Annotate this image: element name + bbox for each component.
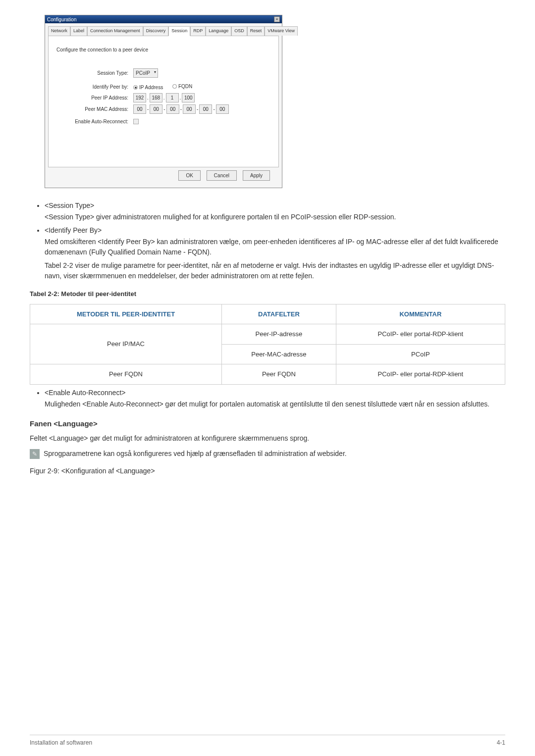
mac-octet-1[interactable]: 00 xyxy=(133,104,146,114)
tab-discovery[interactable]: Discovery xyxy=(143,26,169,36)
bullet-heading: <Enable Auto-Reconnect> xyxy=(45,389,125,397)
panel-intro: Configure the connection to a peer devic… xyxy=(56,46,270,53)
section-heading: Fanen <Language> xyxy=(30,418,505,430)
enable-auto-label: Enable Auto-Reconnect: xyxy=(56,118,133,125)
ip-octet-4[interactable]: 100 xyxy=(182,93,195,102)
configuration-dialog: Configuration × Network Label Connection… xyxy=(45,15,282,188)
dialog-titlebar: Configuration × xyxy=(45,15,282,23)
cell-comment: PCoIP- eller portal-RDP-klient xyxy=(336,324,505,345)
cell-comment: PCoIP- eller portal-RDP-klient xyxy=(336,364,505,385)
dialog-buttons: OK Cancel Apply xyxy=(48,167,279,185)
cancel-button[interactable]: Cancel xyxy=(207,170,237,181)
mac-octet-6[interactable]: 00 xyxy=(216,104,229,114)
paragraph: Feltet <Language> gør det muligt for adm… xyxy=(30,433,505,444)
session-type-label: Session Type: xyxy=(56,69,133,77)
mac-octet-2[interactable]: 00 xyxy=(150,104,162,114)
tabs-row: Network Label Connection Management Disc… xyxy=(48,26,279,36)
bullet-list-1: <Session Type> <Session Type> giver admi… xyxy=(36,201,505,281)
radio-ip-address[interactable]: IP Address xyxy=(133,84,163,91)
mac-octet-5[interactable]: 00 xyxy=(199,104,212,114)
radio-fqdn[interactable]: FQDN xyxy=(172,83,192,90)
mac-octet-4[interactable]: 00 xyxy=(183,104,196,114)
footer-left: Installation af softwaren xyxy=(30,738,92,747)
bullet-list-2: <Enable Auto-Reconnect> Muligheden <Enab… xyxy=(36,388,505,409)
th-fields: DATAFELTER xyxy=(222,304,336,324)
cell-fields: Peer-MAC-adresse xyxy=(222,344,336,364)
tab-reset[interactable]: Reset xyxy=(247,26,265,36)
paragraph: Med omskifteren <Identify Peer By> kan a… xyxy=(45,237,505,257)
ip-octet-1[interactable]: 192 xyxy=(133,93,146,102)
table-row: Peer IP/MAC Peer-IP-adresse PCoIP- eller… xyxy=(30,324,505,345)
radio-ip-label: IP Address xyxy=(139,84,163,91)
tab-vmware-view[interactable]: VMware View xyxy=(265,26,298,36)
page-footer: Installation af softwaren 4-1 xyxy=(30,735,505,747)
table-row: Peer FQDN Peer FQDN PCoIP- eller portal-… xyxy=(30,364,505,385)
tab-session[interactable]: Session xyxy=(168,26,190,36)
figure-caption: Figur 2-9: <Konfiguration af <Language> xyxy=(30,466,505,476)
cell-comment: PCoIP xyxy=(336,344,505,364)
mac-octet-3[interactable]: 00 xyxy=(166,104,179,114)
dialog-body: Network Label Connection Management Disc… xyxy=(45,23,282,188)
session-type-select[interactable]: PCoIP xyxy=(133,68,158,78)
bullet-heading: <Identify Peer By> xyxy=(45,226,102,234)
dialog-title: Configuration xyxy=(47,16,76,23)
table-caption: Tabel 2-2: Metoder til peer-identitet xyxy=(30,289,505,299)
tab-network[interactable]: Network xyxy=(48,26,70,36)
th-method: METODER TIL PEER-IDENTITET xyxy=(30,304,222,324)
note-row: ✎ Sprogparametrene kan også konfigureres… xyxy=(30,449,505,459)
tab-connection-management[interactable]: Connection Management xyxy=(87,26,143,36)
identify-peer-by-label: Identify Peer by: xyxy=(56,83,133,91)
cell-method: Peer FQDN xyxy=(30,364,222,385)
cell-fields: Peer FQDN xyxy=(222,364,336,385)
ip-octet-2[interactable]: 168 xyxy=(150,93,162,102)
peer-mac-field[interactable]: 00-00-00-00-00-00 xyxy=(133,104,229,114)
apply-button[interactable]: Apply xyxy=(243,170,270,181)
tab-rdp[interactable]: RDP xyxy=(190,26,206,36)
tab-language[interactable]: Language xyxy=(206,26,231,36)
session-panel: Configure the connection to a peer devic… xyxy=(48,36,279,168)
enable-auto-checkbox[interactable] xyxy=(133,119,139,124)
peer-mac-label: Peer MAC Address: xyxy=(56,105,133,113)
peer-identity-table: METODER TIL PEER-IDENTITET DATAFELTER KO… xyxy=(30,304,505,385)
footer-right: 4-1 xyxy=(497,738,505,747)
radio-icon xyxy=(133,85,138,90)
cell-fields: Peer-IP-adresse xyxy=(222,324,336,345)
list-item: <Enable Auto-Reconnect> Muligheden <Enab… xyxy=(45,388,505,409)
ip-octet-3[interactable]: 1 xyxy=(166,93,179,102)
identify-peer-by-radios: IP Address FQDN xyxy=(133,83,200,92)
cell-method: Peer IP/MAC xyxy=(30,324,222,364)
peer-ip-field[interactable]: 192.168.1.100 xyxy=(133,93,195,102)
radio-icon xyxy=(172,84,177,89)
close-icon[interactable]: × xyxy=(274,16,280,22)
tab-label[interactable]: Label xyxy=(70,26,87,36)
pencil-icon: ✎ xyxy=(30,449,40,459)
paragraph: <Session Type> giver administratoren mul… xyxy=(45,212,505,222)
list-item: <Session Type> <Session Type> giver admi… xyxy=(45,201,505,222)
bullet-heading: <Session Type> xyxy=(45,202,94,209)
list-item: <Identify Peer By> Med omskifteren <Iden… xyxy=(45,225,505,281)
paragraph: Muligheden <Enable Auto-Reconnect> gør d… xyxy=(45,399,505,409)
radio-fqdn-label: FQDN xyxy=(178,83,192,90)
paragraph: Tabel 2-2 viser de mulige parametre for … xyxy=(45,260,505,281)
peer-ip-label: Peer IP Address: xyxy=(56,94,133,101)
ok-button[interactable]: OK xyxy=(178,170,200,181)
th-comment: KOMMENTAR xyxy=(336,304,505,324)
tab-osd[interactable]: OSD xyxy=(231,26,247,36)
note-text: Sprogparametrene kan også konfigureres v… xyxy=(44,449,347,459)
